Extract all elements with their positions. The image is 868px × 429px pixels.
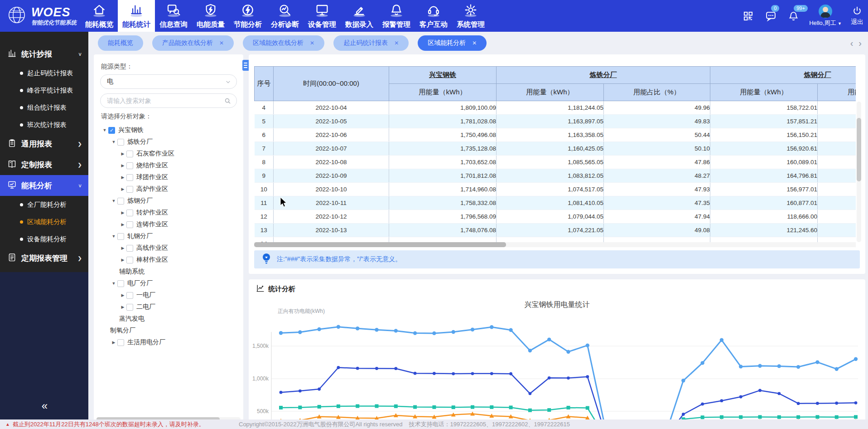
tab-close-icon[interactable]: ✕ bbox=[219, 40, 224, 46]
tree-node[interactable]: ▶球团作业区 bbox=[100, 171, 237, 183]
tree-checkbox[interactable] bbox=[126, 174, 133, 181]
table-row[interactable]: 72022-10-071,735,128.081,160,425.0550.10… bbox=[255, 142, 856, 156]
tree-node[interactable]: 制氧分厂 bbox=[100, 325, 237, 336]
tree-checkbox[interactable] bbox=[126, 292, 133, 299]
tab[interactable]: 区域能效在线分析✕ bbox=[243, 35, 324, 51]
tree-checkbox[interactable] bbox=[126, 162, 133, 169]
table-row[interactable]: 52022-10-051,781,028.081,163,897.0549.83… bbox=[255, 115, 856, 128]
tree-node[interactable]: ▶二电厂 bbox=[100, 301, 237, 313]
tree-node[interactable]: ▼电厂分厂 bbox=[100, 278, 237, 289]
tree-node[interactable]: 蒸汽发电 bbox=[100, 313, 237, 325]
nav-item[interactable]: 系统管理 bbox=[452, 0, 489, 32]
expander-closed-icon[interactable]: ▶ bbox=[119, 163, 126, 168]
table-horizontal-scrollbar[interactable] bbox=[254, 242, 856, 247]
expander-open-icon[interactable]: ▼ bbox=[101, 128, 108, 132]
table-row[interactable]: 14 bbox=[255, 237, 856, 243]
tree-node[interactable]: ▶转炉作业区 bbox=[100, 207, 237, 219]
tree-node[interactable]: ▶连铸作业区 bbox=[100, 219, 237, 230]
tree-checkbox[interactable] bbox=[126, 221, 133, 228]
nav-item[interactable]: 节能分析 bbox=[229, 0, 266, 32]
nav-item[interactable]: 设备管理 bbox=[304, 0, 341, 32]
tab[interactable]: 能耗概览 bbox=[98, 35, 143, 51]
sidebar-section[interactable]: 通用报表❯ bbox=[0, 133, 88, 154]
tree-checkbox[interactable] bbox=[117, 233, 124, 240]
tab[interactable]: 起止码统计报表✕ bbox=[333, 35, 409, 51]
tab-close-icon[interactable]: ✕ bbox=[394, 40, 399, 46]
nav-item[interactable]: 客户互动 bbox=[415, 0, 452, 32]
tree-checkbox[interactable] bbox=[126, 210, 133, 216]
expander-open-icon[interactable]: ▼ bbox=[110, 281, 117, 286]
tree-checkbox[interactable] bbox=[108, 127, 115, 134]
tree-node[interactable]: ▶烧结作业区 bbox=[100, 160, 237, 171]
tree-node[interactable]: ▶生活用电分厂 bbox=[100, 336, 237, 348]
tree-node[interactable]: 辅助系统 bbox=[100, 266, 237, 278]
expander-closed-icon[interactable]: ▶ bbox=[119, 246, 126, 250]
tree-node[interactable]: ▼炼铁分厂 bbox=[100, 136, 237, 148]
alarm-bell-icon[interactable]: 99+ bbox=[786, 10, 800, 22]
table-row[interactable]: 42022-10-041,809,100.091,181,244.0549.96… bbox=[255, 101, 856, 115]
tree-checkbox[interactable] bbox=[126, 257, 133, 263]
table-row[interactable]: 92022-10-091,701,812.081,083,812.0548.27… bbox=[255, 169, 856, 183]
sidebar-item[interactable]: 峰谷平统计报表 bbox=[0, 82, 88, 99]
expander-closed-icon[interactable]: ▶ bbox=[119, 210, 126, 215]
energy-type-select[interactable]: 电 bbox=[100, 74, 237, 89]
table-row[interactable]: 122022-10-121,796,568.091,079,044.0547.9… bbox=[255, 210, 856, 224]
sidebar-item[interactable]: 区域能耗分析 bbox=[0, 213, 88, 230]
expander-open-icon[interactable]: ▼ bbox=[110, 140, 117, 144]
sidebar-item[interactable]: 设备能耗分析 bbox=[0, 230, 88, 248]
nav-item[interactable]: 报警管理 bbox=[378, 0, 415, 32]
expander-closed-icon[interactable]: ▶ bbox=[119, 151, 126, 156]
sidebar-item[interactable]: 组合统计报表 bbox=[0, 99, 88, 116]
tree-node[interactable]: ▶棒材作业区 bbox=[100, 254, 237, 266]
col-group-header[interactable]: 兴宝钢铁 bbox=[389, 67, 497, 84]
expander-open-icon[interactable]: ▼ bbox=[110, 199, 117, 203]
search-input[interactable] bbox=[107, 97, 223, 104]
tree-checkbox[interactable] bbox=[117, 139, 124, 146]
logout-button[interactable]: 退出 bbox=[851, 6, 863, 26]
qr-code-icon[interactable] bbox=[741, 11, 755, 21]
col-group-header[interactable]: 炼钢分厂 bbox=[710, 67, 856, 84]
sidebar-section[interactable]: 定期报表管理❯ bbox=[0, 248, 88, 268]
expander-closed-icon[interactable]: ▶ bbox=[110, 340, 117, 345]
tree-node[interactable]: ▶高炉作业区 bbox=[100, 183, 237, 195]
message-icon[interactable]: 0 bbox=[764, 10, 777, 22]
tree-checkbox[interactable] bbox=[117, 280, 124, 287]
tree-node[interactable]: ▼炼钢分厂 bbox=[100, 195, 237, 207]
table-vertical-scrollbar[interactable] bbox=[857, 102, 861, 242]
sidebar-item[interactable]: 班次统计报表 bbox=[0, 116, 88, 133]
sidebar-section[interactable]: 统计抄报∨ bbox=[0, 44, 88, 64]
nav-item[interactable]: 分析诊断 bbox=[266, 0, 304, 32]
sidebar-section[interactable]: 定制报表❯ bbox=[0, 154, 88, 175]
user-menu[interactable]: Hello,周工 ▼ bbox=[809, 5, 842, 27]
sidebar-item[interactable]: 起止码统计报表 bbox=[0, 64, 88, 82]
nav-item[interactable]: 信息查询 bbox=[155, 0, 192, 32]
tree-checkbox[interactable] bbox=[126, 304, 133, 311]
sidebar-section[interactable]: 能耗分析∨ bbox=[0, 175, 88, 196]
sidebar-item[interactable]: 全厂能耗分析 bbox=[0, 196, 88, 213]
table-row[interactable]: 62022-10-061,750,496.081,163,358.0550.44… bbox=[255, 128, 856, 142]
tree-node[interactable]: ▼轧钢分厂 bbox=[100, 230, 237, 242]
table-row[interactable]: 112022-10-111,758,332.081,081,410.0547.3… bbox=[255, 196, 856, 210]
expander-closed-icon[interactable]: ▶ bbox=[119, 222, 126, 227]
tree-node[interactable]: ▼兴宝钢铁 bbox=[100, 124, 237, 136]
table-row[interactable]: 102022-10-101,714,960.081,074,517.0547.9… bbox=[255, 183, 856, 196]
tab[interactable]: 区域能耗分析✕ bbox=[418, 35, 487, 51]
tree-checkbox[interactable] bbox=[117, 339, 124, 346]
tree-node[interactable]: ▶高线作业区 bbox=[100, 242, 237, 254]
tree-node[interactable]: ▶一电厂 bbox=[100, 289, 237, 301]
tab[interactable]: 产品能效在线分析✕ bbox=[152, 35, 234, 51]
col-group-header[interactable]: 炼铁分厂 bbox=[497, 67, 710, 84]
nav-item[interactable]: 数据录入 bbox=[341, 0, 378, 32]
tree-checkbox[interactable] bbox=[126, 245, 133, 252]
expander-closed-icon[interactable]: ▶ bbox=[119, 293, 126, 297]
tree-node[interactable]: ▶石灰窑作业区 bbox=[100, 148, 237, 160]
nav-item[interactable]: 电能质量 bbox=[192, 0, 229, 32]
tree-checkbox[interactable] bbox=[126, 186, 133, 193]
sidebar-collapse-button[interactable]: « bbox=[0, 400, 88, 412]
tree-checkbox[interactable] bbox=[117, 198, 124, 205]
expander-closed-icon[interactable]: ▶ bbox=[119, 187, 126, 191]
search-icon[interactable] bbox=[224, 98, 231, 104]
expander-closed-icon[interactable]: ▶ bbox=[119, 258, 126, 262]
table-row[interactable]: 132022-10-131,748,076.081,074,221.0549.0… bbox=[255, 224, 856, 237]
tab-close-icon[interactable]: ✕ bbox=[472, 40, 477, 46]
